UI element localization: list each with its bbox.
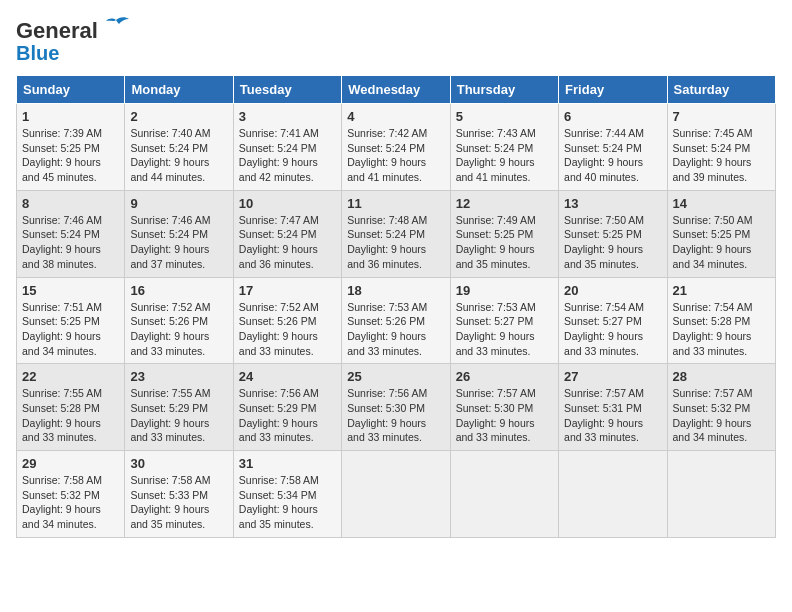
sunset-text: Sunset: 5:25 PM: [456, 228, 534, 240]
sunset-text: Sunset: 5:33 PM: [130, 489, 208, 501]
calendar-cell: [667, 451, 775, 538]
day-number: 19: [456, 283, 553, 298]
day-number: 6: [564, 109, 661, 124]
calendar-cell: 5 Sunrise: 7:43 AM Sunset: 5:24 PM Dayli…: [450, 104, 558, 191]
sunrise-text: Sunrise: 7:43 AM: [456, 127, 536, 139]
day-number: 16: [130, 283, 227, 298]
day-of-week-header: Friday: [559, 76, 667, 104]
calendar-cell: 27 Sunrise: 7:57 AM Sunset: 5:31 PM Dayl…: [559, 364, 667, 451]
sunset-text: Sunset: 5:25 PM: [564, 228, 642, 240]
calendar-cell: 29 Sunrise: 7:58 AM Sunset: 5:32 PM Dayl…: [17, 451, 125, 538]
sunset-text: Sunset: 5:32 PM: [22, 489, 100, 501]
calendar-cell: [450, 451, 558, 538]
day-number: 27: [564, 369, 661, 384]
day-of-week-header: Thursday: [450, 76, 558, 104]
sunrise-text: Sunrise: 7:57 AM: [564, 387, 644, 399]
daylight-text: Daylight: 9 hours and 42 minutes.: [239, 156, 318, 183]
calendar-header-row: SundayMondayTuesdayWednesdayThursdayFrid…: [17, 76, 776, 104]
calendar-cell: [342, 451, 450, 538]
sunset-text: Sunset: 5:28 PM: [22, 402, 100, 414]
day-number: 24: [239, 369, 336, 384]
sunrise-text: Sunrise: 7:39 AM: [22, 127, 102, 139]
calendar-cell: 4 Sunrise: 7:42 AM Sunset: 5:24 PM Dayli…: [342, 104, 450, 191]
daylight-text: Daylight: 9 hours and 33 minutes.: [130, 330, 209, 357]
calendar-cell: 14 Sunrise: 7:50 AM Sunset: 5:25 PM Dayl…: [667, 190, 775, 277]
sunset-text: Sunset: 5:24 PM: [239, 142, 317, 154]
daylight-text: Daylight: 9 hours and 33 minutes.: [564, 417, 643, 444]
sunrise-text: Sunrise: 7:53 AM: [347, 301, 427, 313]
calendar-cell: 1 Sunrise: 7:39 AM Sunset: 5:25 PM Dayli…: [17, 104, 125, 191]
daylight-text: Daylight: 9 hours and 41 minutes.: [347, 156, 426, 183]
daylight-text: Daylight: 9 hours and 33 minutes.: [347, 330, 426, 357]
day-number: 14: [673, 196, 770, 211]
day-number: 10: [239, 196, 336, 211]
calendar-cell: 19 Sunrise: 7:53 AM Sunset: 5:27 PM Dayl…: [450, 277, 558, 364]
day-number: 18: [347, 283, 444, 298]
calendar-cell: 2 Sunrise: 7:40 AM Sunset: 5:24 PM Dayli…: [125, 104, 233, 191]
day-number: 1: [22, 109, 119, 124]
calendar-cell: 3 Sunrise: 7:41 AM Sunset: 5:24 PM Dayli…: [233, 104, 341, 191]
day-number: 23: [130, 369, 227, 384]
day-number: 22: [22, 369, 119, 384]
calendar-cell: 6 Sunrise: 7:44 AM Sunset: 5:24 PM Dayli…: [559, 104, 667, 191]
sunset-text: Sunset: 5:30 PM: [347, 402, 425, 414]
daylight-text: Daylight: 9 hours and 41 minutes.: [456, 156, 535, 183]
day-number: 30: [130, 456, 227, 471]
day-of-week-header: Wednesday: [342, 76, 450, 104]
calendar-cell: 20 Sunrise: 7:54 AM Sunset: 5:27 PM Dayl…: [559, 277, 667, 364]
day-number: 7: [673, 109, 770, 124]
calendar-cell: 30 Sunrise: 7:58 AM Sunset: 5:33 PM Dayl…: [125, 451, 233, 538]
day-number: 8: [22, 196, 119, 211]
daylight-text: Daylight: 9 hours and 44 minutes.: [130, 156, 209, 183]
sunrise-text: Sunrise: 7:58 AM: [239, 474, 319, 486]
sunset-text: Sunset: 5:25 PM: [22, 142, 100, 154]
sunset-text: Sunset: 5:31 PM: [564, 402, 642, 414]
day-number: 31: [239, 456, 336, 471]
daylight-text: Daylight: 9 hours and 33 minutes.: [673, 330, 752, 357]
logo-general-text: General: [16, 18, 98, 44]
sunset-text: Sunset: 5:24 PM: [130, 142, 208, 154]
logo: General Blue: [16, 16, 131, 65]
calendar-cell: 31 Sunrise: 7:58 AM Sunset: 5:34 PM Dayl…: [233, 451, 341, 538]
sunrise-text: Sunrise: 7:45 AM: [673, 127, 753, 139]
sunset-text: Sunset: 5:24 PM: [22, 228, 100, 240]
daylight-text: Daylight: 9 hours and 40 minutes.: [564, 156, 643, 183]
sunrise-text: Sunrise: 7:55 AM: [22, 387, 102, 399]
sunset-text: Sunset: 5:32 PM: [673, 402, 751, 414]
daylight-text: Daylight: 9 hours and 33 minutes.: [239, 330, 318, 357]
daylight-text: Daylight: 9 hours and 39 minutes.: [673, 156, 752, 183]
calendar-cell: 18 Sunrise: 7:53 AM Sunset: 5:26 PM Dayl…: [342, 277, 450, 364]
daylight-text: Daylight: 9 hours and 34 minutes.: [673, 243, 752, 270]
daylight-text: Daylight: 9 hours and 33 minutes.: [456, 417, 535, 444]
daylight-text: Daylight: 9 hours and 33 minutes.: [347, 417, 426, 444]
calendar-cell: 17 Sunrise: 7:52 AM Sunset: 5:26 PM Dayl…: [233, 277, 341, 364]
day-number: 20: [564, 283, 661, 298]
calendar-cell: 25 Sunrise: 7:56 AM Sunset: 5:30 PM Dayl…: [342, 364, 450, 451]
sunrise-text: Sunrise: 7:57 AM: [456, 387, 536, 399]
day-number: 26: [456, 369, 553, 384]
calendar-cell: 10 Sunrise: 7:47 AM Sunset: 5:24 PM Dayl…: [233, 190, 341, 277]
daylight-text: Daylight: 9 hours and 35 minutes.: [130, 503, 209, 530]
sunrise-text: Sunrise: 7:51 AM: [22, 301, 102, 313]
calendar-cell: 24 Sunrise: 7:56 AM Sunset: 5:29 PM Dayl…: [233, 364, 341, 451]
calendar-week-row: 1 Sunrise: 7:39 AM Sunset: 5:25 PM Dayli…: [17, 104, 776, 191]
calendar-cell: 7 Sunrise: 7:45 AM Sunset: 5:24 PM Dayli…: [667, 104, 775, 191]
calendar-cell: [559, 451, 667, 538]
day-number: 2: [130, 109, 227, 124]
day-number: 12: [456, 196, 553, 211]
calendar-cell: 12 Sunrise: 7:49 AM Sunset: 5:25 PM Dayl…: [450, 190, 558, 277]
sunrise-text: Sunrise: 7:56 AM: [239, 387, 319, 399]
day-number: 21: [673, 283, 770, 298]
daylight-text: Daylight: 9 hours and 33 minutes.: [564, 330, 643, 357]
sunrise-text: Sunrise: 7:58 AM: [22, 474, 102, 486]
day-number: 13: [564, 196, 661, 211]
daylight-text: Daylight: 9 hours and 33 minutes.: [239, 417, 318, 444]
sunset-text: Sunset: 5:24 PM: [347, 228, 425, 240]
sunset-text: Sunset: 5:29 PM: [239, 402, 317, 414]
day-number: 29: [22, 456, 119, 471]
day-number: 5: [456, 109, 553, 124]
day-of-week-header: Saturday: [667, 76, 775, 104]
logo-blue-text: Blue: [16, 42, 131, 65]
calendar-cell: 8 Sunrise: 7:46 AM Sunset: 5:24 PM Dayli…: [17, 190, 125, 277]
sunset-text: Sunset: 5:28 PM: [673, 315, 751, 327]
